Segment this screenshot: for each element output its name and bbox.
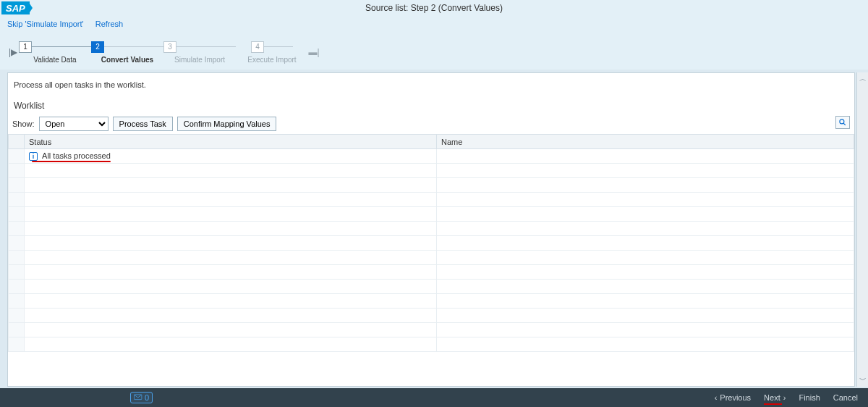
table-row[interactable] [9,251,854,265]
messages-button[interactable]: 0 [130,392,153,403]
wizard-step-2-box: 2 [91,41,104,53]
message-icon [134,394,142,401]
wizard-step-3-box: 3 [163,41,176,53]
status-cell: i All tasks processed [25,149,437,164]
wizard-step-1-label: Validate Data [33,56,76,64]
table-row[interactable] [9,280,854,294]
wizard-step-1[interactable]: 1 Validate Data [19,41,91,64]
col-status[interactable]: Status [25,135,437,149]
messages-count: 0 [145,393,149,402]
sap-logo: SAP [1,1,30,14]
wizard-step-2[interactable]: 2 Convert Values [91,41,163,64]
show-select[interactable]: Open [39,117,109,131]
wizard-step-3[interactable]: 3 Simulate Import [163,41,236,64]
vertical-scrollbar[interactable]: ︿ ﹀ [856,72,868,387]
wizard-step-4[interactable]: 4 Execute Import [236,41,308,64]
table-row[interactable] [9,178,854,193]
scroll-down-icon[interactable]: ﹀ [859,374,867,387]
show-label: Show: [12,119,35,128]
wizard-end-icon: ▬| [308,47,320,57]
wizard-step-2-label: Convert Values [101,56,153,64]
table-row[interactable] [9,207,854,222]
svg-point-0 [840,119,844,124]
app-header: SAP Source list: Step 2 (Convert Values) [0,0,868,16]
cancel-button[interactable]: Cancel [833,393,858,402]
worklist-table: Status Name i All tasks processed [8,134,854,352]
page-title: Source list: Step 2 (Convert Values) [365,3,503,13]
table-row[interactable] [9,323,854,337]
filter-bar: Show: Open Process Task Confirm Mapping … [8,114,854,134]
footer-bar: 0 ‹ Previous Next › Finish Cancel [0,388,868,407]
next-button[interactable]: Next › [764,393,786,402]
info-icon: i [29,152,38,161]
table-row[interactable] [9,309,854,323]
skip-simulate-link[interactable]: Skip 'Simulate Import' [7,20,84,28]
table-row[interactable] [9,294,854,309]
previous-button[interactable]: ‹ Previous [715,393,751,402]
scroll-up-icon[interactable]: ︿ [859,72,867,85]
svg-line-1 [843,123,846,125]
table-row[interactable] [9,222,854,236]
worklist-heading: Worklist [8,96,854,114]
process-task-button[interactable]: Process Task [113,117,173,131]
wizard-step-1-box: 1 [19,41,32,53]
status-text: All tasks processed [42,151,111,160]
chevron-right-icon: › [783,393,786,402]
refresh-link[interactable]: Refresh [95,20,124,28]
wizard-step-4-box: 4 [251,41,264,53]
table-row[interactable]: i All tasks processed [9,149,854,164]
table-row[interactable] [9,337,854,352]
table-gutter-header [9,135,25,149]
row-gutter [9,149,25,164]
table-row[interactable] [9,265,854,280]
search-icon[interactable] [835,116,850,129]
finish-button[interactable]: Finish [799,393,820,402]
wizard-step-3-label: Simulate Import [174,56,225,64]
wizard-container: |▶ 1 Validate Data 2 Convert Values 3 Si… [0,32,868,70]
table-row[interactable] [9,236,854,251]
table-header-row: Status Name [9,135,854,149]
wizard-step-4-label: Execute Import [247,56,296,64]
link-toolbar: Skip 'Simulate Import' Refresh [0,16,868,32]
col-name[interactable]: Name [437,135,854,149]
chevron-left-icon: ‹ [715,393,718,402]
table-row[interactable] [9,164,854,178]
confirm-mapping-button[interactable]: Confirm Mapping Values [177,117,277,131]
name-cell [437,149,854,164]
table-row[interactable] [9,193,854,207]
wizard-start-icon: |▶ [7,47,19,57]
content-panel: Process all open tasks in the worklist. … [7,72,855,387]
instruction-text: Process all open tasks in the worklist. [8,73,854,96]
